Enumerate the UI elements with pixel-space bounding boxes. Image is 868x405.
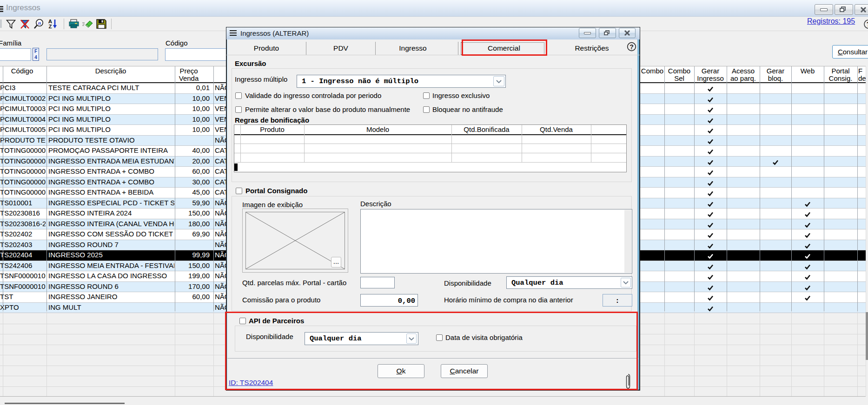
- svg-text:n: n: [38, 20, 41, 26]
- svg-text:Z: Z: [48, 24, 52, 29]
- svg-text:?: ?: [629, 43, 634, 51]
